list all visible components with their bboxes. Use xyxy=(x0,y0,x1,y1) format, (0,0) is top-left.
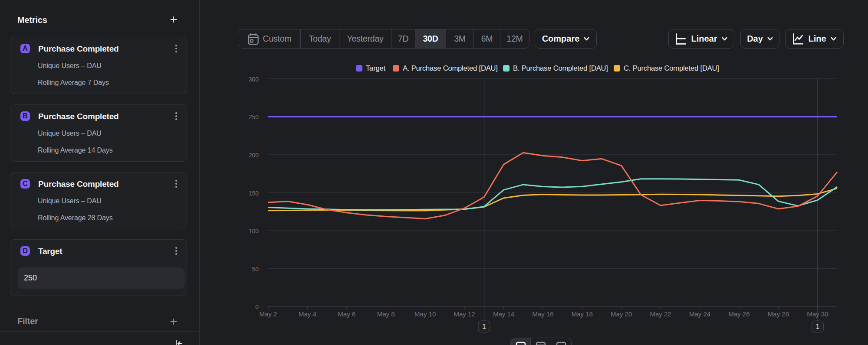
svg-text:100: 100 xyxy=(249,228,259,234)
svg-text:0: 0 xyxy=(255,303,259,310)
svg-text:May 30: May 30 xyxy=(807,310,828,318)
svg-text:May 12: May 12 xyxy=(454,310,475,318)
svg-text:250: 250 xyxy=(249,114,259,120)
svg-text:May 14: May 14 xyxy=(493,310,514,318)
svg-text:150: 150 xyxy=(249,190,259,197)
svg-text:200: 200 xyxy=(249,152,259,159)
svg-text:May 10: May 10 xyxy=(414,310,436,318)
svg-text:May 6: May 6 xyxy=(338,310,355,318)
svg-text:50: 50 xyxy=(252,266,259,273)
svg-text:May 4: May 4 xyxy=(299,310,316,318)
svg-text:May 26: May 26 xyxy=(728,310,750,318)
svg-text:May 2: May 2 xyxy=(260,310,277,318)
svg-text:May 20: May 20 xyxy=(611,310,632,318)
svg-text:May 16: May 16 xyxy=(532,310,553,318)
svg-text:May 24: May 24 xyxy=(689,310,710,318)
svg-text:May 28: May 28 xyxy=(768,310,789,318)
svg-text:1: 1 xyxy=(482,323,486,330)
svg-text:1: 1 xyxy=(816,323,820,330)
svg-text:300: 300 xyxy=(249,76,259,83)
svg-text:May 22: May 22 xyxy=(650,310,671,318)
svg-text:May 18: May 18 xyxy=(572,310,593,318)
svg-text:May 8: May 8 xyxy=(377,310,395,318)
